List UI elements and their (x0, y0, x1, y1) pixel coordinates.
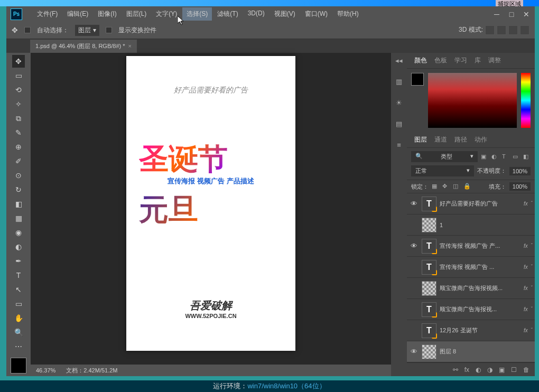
align-button[interactable] (497, 25, 506, 35)
blur-tool[interactable]: ◉ (12, 226, 25, 239)
lock-position-icon[interactable]: ✥ (442, 183, 450, 190)
foreground-color[interactable] (11, 358, 26, 374)
brush-tool[interactable]: ✐ (12, 155, 25, 167)
history-panel-icon[interactable]: ▥ (394, 76, 404, 87)
show-transform-checkbox[interactable] (106, 27, 112, 33)
dodge-tool[interactable]: ◐ (12, 240, 25, 253)
lock-pixels-icon[interactable]: ▦ (432, 183, 439, 190)
blend-mode-dropdown[interactable]: 正常▾ (411, 165, 474, 176)
color-field[interactable] (428, 73, 517, 128)
layer-row[interactable]: 1 (407, 214, 535, 236)
panel-expand-icon[interactable]: ◂◂ (394, 55, 404, 66)
hue-slider[interactable] (521, 73, 531, 128)
filter-smart-icon[interactable]: ◧ (523, 153, 531, 161)
color-tab-2[interactable]: 学习 (451, 54, 470, 67)
layers-tab-1[interactable]: 通道 (431, 133, 450, 146)
layer-visibility-icon[interactable]: 👁 (409, 348, 419, 356)
move-tool[interactable]: ✥ (12, 55, 25, 68)
layer-fx-badge[interactable]: fx (524, 264, 528, 270)
layer-fx-badge[interactable]: fx (524, 328, 528, 333)
menu-图像i[interactable]: 图像(I) (94, 7, 120, 21)
hand-tool[interactable]: ✋ (12, 312, 25, 324)
layer-name[interactable]: 好产品需要好看的广告 (440, 200, 521, 208)
lock-artboard-icon[interactable]: ◫ (453, 183, 460, 190)
menu-视图v[interactable]: 视图(V) (270, 7, 300, 21)
layer-fx-badge[interactable]: fx (524, 201, 528, 207)
pen-tool[interactable]: ✒ (12, 255, 25, 267)
layer-name[interactable]: 顺宝微商广告海报视... (440, 305, 521, 313)
layer-fx-badge[interactable]: fx (524, 285, 528, 291)
text-tool[interactable]: T (12, 269, 25, 282)
menu-选择s[interactable]: 选择(S) (182, 7, 212, 21)
align-button[interactable] (485, 25, 495, 35)
layer-row[interactable]: !顺宝微商广告海报视...fxˇ (407, 299, 535, 320)
path-select-tool[interactable]: ↖ (12, 283, 25, 296)
layer-thumbnail[interactable]: ! (422, 260, 436, 275)
close-button[interactable]: ✕ (522, 10, 531, 18)
zoom-value[interactable]: 46.37% (36, 367, 55, 374)
maximize-button[interactable]: □ (507, 10, 516, 18)
menu-文字y[interactable]: 文字(Y) (152, 7, 181, 21)
layer-thumbnail[interactable] (422, 218, 436, 232)
color-tab-0[interactable]: 颜色 (411, 54, 430, 67)
filter-image-icon[interactable]: ▣ (481, 153, 488, 161)
history-brush-tool[interactable]: ↻ (12, 183, 25, 196)
color-tab-3[interactable]: 库 (471, 54, 484, 67)
lasso-tool[interactable]: ⟲ (12, 83, 25, 96)
document-canvas[interactable]: 好产品需要好看的广告 圣诞节 宣传海报 视频广告 产品描述 元旦 吾爱破解 WW… (126, 56, 295, 351)
layer-fx-badge[interactable]: fx (524, 306, 528, 312)
link-layers-icon[interactable]: ⚯ (453, 366, 458, 374)
layer-thumbnail[interactable]: ! (422, 239, 436, 254)
layer-thumbnail[interactable]: ! (422, 323, 436, 338)
minimize-button[interactable]: ─ (492, 10, 501, 18)
layer-row[interactable]: !宣传海报 视频广告 ...fxˇ (407, 257, 535, 278)
share-icon[interactable] (520, 25, 529, 35)
properties-panel-icon[interactable]: ▤ (394, 118, 404, 129)
layer-visibility-icon[interactable]: 👁 (409, 242, 419, 250)
shape-tool[interactable]: ▭ (12, 297, 25, 310)
layer-mask-icon[interactable]: ◐ (476, 366, 481, 374)
layer-visibility-icon[interactable]: 👁 (409, 200, 419, 208)
layers-tab-2[interactable]: 路径 (451, 133, 470, 146)
menu-3dd[interactable]: 3D(D) (244, 7, 269, 21)
layer-filter-dropdown[interactable]: 🔍 类型 ▾ (411, 151, 478, 162)
layer-fx-badge[interactable]: fx (524, 243, 528, 249)
layer-name[interactable]: 顺宝微商广告海报视频... (440, 284, 521, 292)
info-panel-icon[interactable]: ≡ (394, 139, 404, 150)
chevron-down-icon[interactable]: ˇ (531, 201, 533, 207)
filter-text-icon[interactable]: T (502, 153, 509, 161)
menu-文件f[interactable]: 文件(F) (33, 7, 62, 21)
chevron-down-icon[interactable]: ˇ (531, 306, 533, 312)
layer-name[interactable]: 宣传海报 视频广告 产... (440, 242, 521, 250)
adjustments-panel-icon[interactable]: ☀ (394, 97, 404, 108)
filter-adjust-icon[interactable]: ◐ (491, 153, 499, 161)
chevron-down-icon[interactable]: ˇ (531, 328, 533, 333)
color-tab-1[interactable]: 色板 (431, 54, 450, 67)
stamp-tool[interactable]: ⊙ (12, 169, 25, 182)
lock-all-icon[interactable]: 🔒 (463, 183, 471, 190)
fill-value[interactable]: 100% (509, 182, 531, 191)
zoom-tool[interactable]: 🔍 (12, 326, 25, 339)
menu-滤镜t[interactable]: 滤镜(T) (213, 7, 242, 21)
auto-select-checkbox[interactable] (24, 27, 31, 33)
gradient-tool[interactable]: ▦ (12, 212, 25, 225)
menu-编辑e[interactable]: 编辑(E) (63, 7, 92, 21)
layer-fx-icon[interactable]: fx (464, 366, 469, 374)
layer-name[interactable]: 12月26 圣诞节 (440, 326, 521, 334)
marquee-tool[interactable]: ▭ (12, 69, 25, 82)
filter-shape-icon[interactable]: ▭ (513, 153, 520, 161)
layers-tab-0[interactable]: 图层 (411, 133, 430, 146)
layer-row[interactable]: 👁!宣传海报 视频广告 产...fxˇ (407, 236, 535, 257)
layer-thumbnail[interactable] (422, 344, 436, 359)
opacity-value[interactable]: 100% (509, 167, 531, 175)
layer-name[interactable]: 图层 8 (440, 348, 533, 356)
tab-close-icon[interactable]: × (128, 43, 132, 49)
chevron-down-icon[interactable]: ˇ (531, 285, 533, 291)
layer-row[interactable]: 👁!好产品需要好看的广告fxˇ (407, 193, 535, 214)
auto-select-dropdown[interactable]: 图层▾ (75, 25, 99, 36)
layer-name[interactable]: 宣传海报 视频广告 ... (440, 263, 521, 271)
crop-tool[interactable]: ⧉ (12, 112, 25, 125)
layer-thumbnail[interactable] (422, 281, 436, 296)
align-button[interactable] (508, 25, 518, 35)
layer-row[interactable]: 顺宝微商广告海报视频...fxˇ (407, 278, 535, 299)
